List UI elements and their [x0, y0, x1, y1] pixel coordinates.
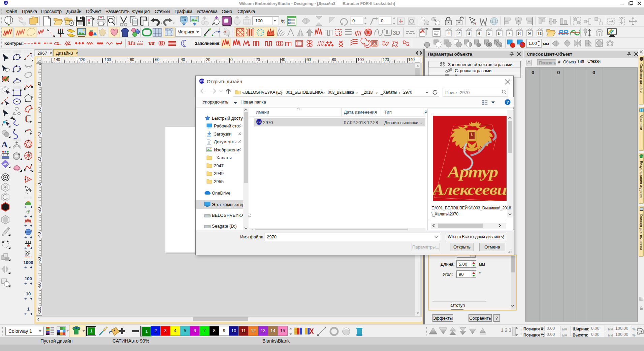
svg-text:9: 9 [528, 31, 531, 36]
svg-text:3: 3 [468, 31, 470, 36]
svg-text:1: 1 [31, 54, 33, 58]
svg-text:Контуры:: Контуры: [4, 41, 24, 46]
svg-text:ES: ES [200, 80, 204, 83]
svg-text:6: 6 [498, 31, 501, 36]
svg-text:3D: 3D [393, 30, 400, 36]
svg-text:0: 0 [381, 18, 383, 23]
svg-text:10: 10 [537, 31, 543, 36]
svg-text:A: A [1, 140, 8, 149]
svg-text:2: 2 [457, 31, 460, 36]
svg-text:1.00: 1.00 [528, 41, 537, 46]
svg-text:1: 1 [448, 31, 450, 36]
svg-text:7: 7 [508, 31, 511, 36]
svg-text:ABc: ABc [3, 163, 9, 166]
svg-text:ES: ES [4, 1, 7, 4]
svg-text:0: 0 [352, 18, 355, 23]
svg-text:ES: ES [257, 120, 261, 124]
svg-text:Алексееви: Алексееви [433, 181, 507, 198]
svg-text:1: 1 [30, 167, 32, 171]
svg-text:1000: 1000 [24, 260, 33, 265]
svg-text:4: 4 [478, 31, 480, 36]
svg-text:Артур: Артур [447, 163, 498, 181]
svg-text:RR: RR [558, 29, 568, 36]
svg-text:мм: мм [543, 41, 549, 46]
svg-text:5: 5 [488, 31, 490, 36]
svg-text:Метрика: Метрика [178, 30, 194, 34]
svg-text:100: 100 [255, 18, 263, 23]
svg-text:100: 100 [25, 276, 32, 281]
svg-text:10: 10 [26, 291, 31, 296]
svg-text:%: % [281, 18, 285, 24]
svg-text:8: 8 [518, 31, 521, 36]
svg-text:1: 1 [27, 306, 29, 312]
svg-text:Заполнения:: Заполнения: [195, 41, 221, 46]
svg-text:?: ? [507, 100, 509, 105]
